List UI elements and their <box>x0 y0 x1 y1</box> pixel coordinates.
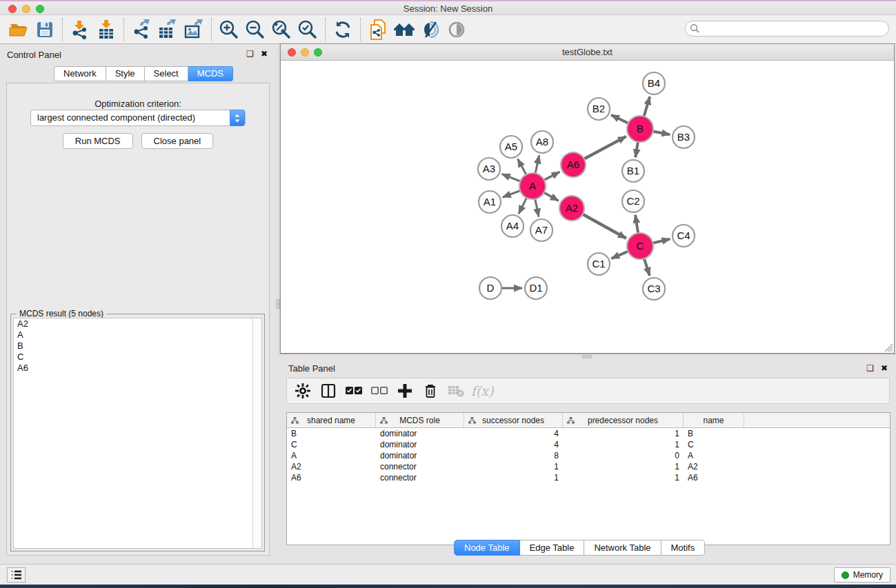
result-list-scrollbar[interactable] <box>252 318 261 548</box>
column-header-predecessor-nodes[interactable]: predecessor nodes <box>563 413 684 427</box>
table-row[interactable]: Adominator80A <box>287 450 890 461</box>
create-column-button[interactable] <box>395 381 415 401</box>
memory-button[interactable]: Memory <box>834 567 890 582</box>
table-panel-window-buttons: ❑ ✖ <box>866 363 888 373</box>
import-table-icon <box>97 19 116 40</box>
table-settings-button[interactable] <box>292 381 313 401</box>
close-panel-button[interactable]: Close panel <box>141 133 214 149</box>
result-item[interactable]: A2 <box>14 318 261 330</box>
unchecked-boxes-icon <box>371 386 388 396</box>
close-panel-icon[interactable]: ✖ <box>881 363 888 373</box>
refresh-icon <box>333 20 352 39</box>
tab-node-table[interactable]: Node Table <box>454 540 520 556</box>
deselect-all-columns-button[interactable] <box>369 381 390 401</box>
result-item[interactable]: A6 <box>14 363 261 374</box>
table-body: Bdominator41BCdominator41CAdominator80AA… <box>287 428 890 483</box>
desktop-edge-strip <box>0 585 896 588</box>
table-row[interactable]: A6connector11A6 <box>287 472 890 483</box>
column-header-name[interactable]: name <box>684 413 744 427</box>
table-row[interactable]: A2connector11A2 <box>287 461 890 472</box>
search-input[interactable] <box>685 21 889 37</box>
toolbar-separator <box>123 18 124 41</box>
import-network-button[interactable] <box>67 17 93 42</box>
control-panel-tabs: Network Style Select MCDS <box>54 66 233 81</box>
table-cell: A6 <box>684 472 744 483</box>
table-row[interactable]: Cdominator41C <box>287 439 890 450</box>
show-columns-button[interactable] <box>318 381 339 401</box>
node-label-C1: C1 <box>592 258 605 270</box>
hide-details-button[interactable] <box>417 17 444 42</box>
table-header-row: shared nameMCDS rolesuccessor nodesprede… <box>287 413 890 428</box>
node-label-B3: B3 <box>677 131 690 143</box>
table-panel: Table Panel ❑ ✖ f(x) shared nameMCDS r <box>280 358 896 564</box>
tab-network[interactable]: Network <box>54 66 106 81</box>
reset-layout-button[interactable] <box>391 17 417 42</box>
clone-network-button[interactable] <box>365 17 391 42</box>
app-titlebar: Session: New Session <box>0 1 896 15</box>
column-header-MCDS-role[interactable]: MCDS role <box>376 413 464 427</box>
criterion-dropdown[interactable]: largest connected component (directed) <box>30 110 246 126</box>
close-panel-icon[interactable]: ✖ <box>261 49 268 59</box>
zoom-out-button[interactable] <box>242 17 268 42</box>
mcds-buttons: Run MCDS Close panel <box>7 133 269 149</box>
export-image-button[interactable] <box>181 17 207 42</box>
zoom-in-icon <box>219 19 239 40</box>
run-mcds-button[interactable]: Run MCDS <box>63 133 133 149</box>
import-table-button[interactable] <box>93 17 119 42</box>
network-graph-canvas[interactable]: AA1A2A3A4A5A6A7A8BB1B2B3B4CC1C2C3C4DD1 <box>281 61 894 353</box>
mcds-result-list: A2ABCA6 <box>13 318 262 549</box>
node-label-B4: B4 <box>648 77 660 89</box>
export-table-icon <box>157 19 178 40</box>
zoom-selected-button[interactable] <box>295 17 321 42</box>
result-item[interactable]: C <box>14 352 261 363</box>
column-tree-icon <box>468 417 476 424</box>
tab-motifs[interactable]: Motifs <box>661 540 706 556</box>
export-network-button[interactable] <box>128 17 155 42</box>
node-label-B: B <box>637 123 644 134</box>
select-all-columns-button[interactable] <box>344 381 364 401</box>
export-table-button[interactable] <box>155 17 181 42</box>
tab-style[interactable]: Style <box>106 66 145 81</box>
column-header-shared-name[interactable]: shared name <box>287 413 376 427</box>
network-window-titlebar[interactable]: testGlobe.txt <box>281 44 894 61</box>
toolbar-separator <box>211 18 212 41</box>
tab-network-table[interactable]: Network Table <box>584 540 661 556</box>
eye-icon <box>447 20 466 39</box>
node-label-D1: D1 <box>529 282 542 294</box>
zoom-in-button[interactable] <box>216 17 242 42</box>
float-panel-icon[interactable]: ❑ <box>246 49 254 59</box>
tab-mcds[interactable]: MCDS <box>188 66 233 81</box>
table-row[interactable]: Bdominator41B <box>287 428 890 439</box>
tab-select[interactable]: Select <box>145 66 188 81</box>
zoom-fit-button[interactable] <box>268 17 295 42</box>
trash-icon <box>424 383 437 398</box>
save-session-button[interactable] <box>32 17 58 42</box>
delete-column-button[interactable] <box>420 381 441 401</box>
function-builder-button[interactable]: f(x) <box>471 381 492 401</box>
toggle-birds-eye-button[interactable] <box>444 17 470 42</box>
delete-table-button[interactable] <box>446 381 466 401</box>
list-icon <box>11 570 22 580</box>
session-title: Session: New Session <box>0 3 896 14</box>
horizontal-split-divider[interactable] <box>280 354 896 358</box>
table-cell: connector <box>376 461 464 472</box>
memory-label: Memory <box>853 570 883 580</box>
search-field <box>685 21 889 37</box>
export-image-icon <box>183 19 204 40</box>
tab-edge-table[interactable]: Edge Table <box>520 540 585 556</box>
open-session-button[interactable] <box>6 17 32 42</box>
zoom-fit-icon <box>271 19 292 40</box>
criterion-value: largest connected component (directed) <box>37 112 195 123</box>
refresh-view-button[interactable] <box>330 17 356 42</box>
column-label: shared name <box>307 416 355 425</box>
chevron-up-down-icon <box>234 113 241 123</box>
column-tree-icon <box>380 417 388 424</box>
status-bar: Memory <box>0 564 896 585</box>
column-label: successor nodes <box>482 416 544 425</box>
float-panel-icon[interactable]: ❑ <box>866 363 874 373</box>
column-header-successor-nodes[interactable]: successor nodes <box>464 413 563 427</box>
window-resize-grip[interactable] <box>884 343 893 352</box>
result-item[interactable]: A <box>14 330 261 341</box>
result-item[interactable]: B <box>14 341 261 352</box>
task-history-button[interactable] <box>7 567 26 582</box>
